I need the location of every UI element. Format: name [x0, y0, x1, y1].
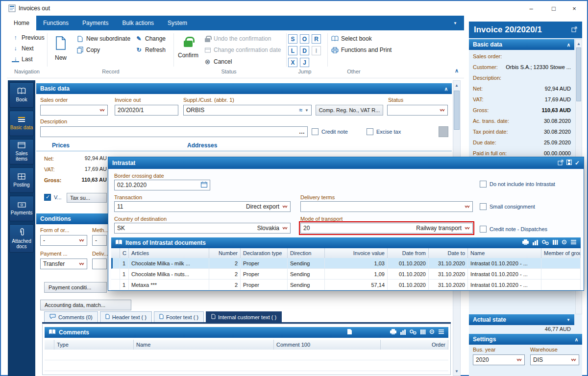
- maximize-button[interactable]: □: [544, 2, 564, 14]
- print-icon[interactable]: [390, 329, 397, 336]
- ellipsis-button[interactable]: …: [299, 128, 305, 135]
- sidebar-item-book[interactable]: Book: [9, 82, 34, 108]
- border-crossing-date-input[interactable]: 02.10.2020: [114, 180, 210, 190]
- collapse-section-icon[interactable]: ∧: [444, 86, 448, 92]
- credit-note-checkbox[interactable]: [312, 128, 318, 135]
- previous-button[interactable]: ↑Previous: [12, 34, 45, 41]
- tab-bulk-actions[interactable]: Bulk actions: [115, 16, 161, 30]
- tab-home[interactable]: Home: [7, 16, 36, 30]
- method-combo[interactable]: -: [92, 235, 107, 246]
- undo-confirmation-button[interactable]: Undo the confirmation: [204, 35, 271, 42]
- tab-comments[interactable]: Comments (0): [44, 311, 98, 322]
- column-name[interactable]: Name: [134, 340, 274, 350]
- sidebar-item-posting[interactable]: Posting: [9, 167, 34, 193]
- comp-reg-button[interactable]: Comp. Reg. No., VAT R...: [316, 105, 383, 116]
- cancel-button[interactable]: ⊗Cancel: [204, 58, 232, 66]
- scrollbar-thumb[interactable]: [576, 47, 581, 101]
- items-row-selected[interactable]: 1 Chocolate Milka - milk ... 2 Proper Se…: [111, 258, 581, 269]
- items-row[interactable]: 1 Metaxa *** 2 Proper Sending 57,14 01.1…: [111, 280, 581, 290]
- jump-button-x[interactable]: X: [288, 58, 297, 67]
- columns-icon[interactable]: [420, 329, 426, 336]
- column-order[interactable]: Order: [381, 340, 448, 350]
- scrollbar-thumb[interactable]: [454, 91, 460, 130]
- change-confirmation-date-button[interactable]: Change confirmation date: [204, 47, 281, 53]
- print-icon[interactable]: [522, 239, 529, 247]
- jump-button-r[interactable]: R: [312, 34, 321, 44]
- sidebar-item-payments[interactable]: Payments: [9, 196, 34, 221]
- country-combo[interactable]: SK Slovakia: [114, 223, 291, 234]
- collapse-section-icon[interactable]: ∧: [567, 42, 570, 47]
- payment-conditions-button[interactable]: Payment conditi...: [44, 282, 107, 293]
- scroll-down-arrow[interactable]: ▼: [454, 368, 460, 375]
- columns-icon[interactable]: [552, 239, 558, 247]
- next-button[interactable]: ↓Next: [12, 45, 34, 52]
- new-button[interactable]: New: [49, 32, 73, 68]
- items-row[interactable]: 1 Chocolate Milka - nuts... 2 Proper Sen…: [111, 269, 581, 280]
- popout-icon[interactable]: [571, 26, 577, 34]
- copy-button[interactable]: Copy: [76, 47, 100, 53]
- jump-button-i[interactable]: I: [312, 46, 321, 55]
- last-button[interactable]: ↓Last: [12, 56, 33, 63]
- sidebar-item-attached-docs[interactable]: Attached docs: [9, 224, 34, 253]
- sales-order-combo[interactable]: [40, 105, 108, 116]
- save-icon[interactable]: [566, 160, 572, 166]
- tab-functions[interactable]: Functions: [36, 16, 75, 30]
- vat-checkbox[interactable]: [44, 194, 51, 201]
- collapse-section-icon[interactable]: ∧: [575, 337, 578, 342]
- jump-button-s[interactable]: S: [288, 34, 297, 44]
- gears-icon[interactable]: [541, 239, 549, 247]
- jump-button-d[interactable]: D: [300, 46, 309, 55]
- calendar-icon[interactable]: [201, 182, 207, 189]
- menu-icon[interactable]: [570, 239, 577, 246]
- chart-icon[interactable]: [532, 239, 539, 247]
- invoice-number-input[interactable]: 20/2020/1: [115, 105, 178, 116]
- jump-button-l[interactable]: L: [288, 46, 297, 55]
- new-document-icon[interactable]: [347, 329, 352, 336]
- excise-tax-checkbox[interactable]: [367, 128, 373, 135]
- tab-system[interactable]: System: [161, 16, 194, 30]
- mode-of-transport-combo[interactable]: 20 Railway transport: [300, 223, 473, 234]
- collapse-ribbon-icon[interactable]: ∧: [455, 68, 459, 74]
- refresh-button[interactable]: ↻Refresh: [135, 47, 166, 53]
- comments-empty-row[interactable]: [45, 350, 448, 360]
- relation-icon[interactable]: ≈: [299, 107, 302, 114]
- tab-payments[interactable]: Payments: [75, 16, 115, 30]
- change-button[interactable]: ✎Change: [135, 35, 166, 42]
- payment-combo[interactable]: Transfer: [40, 258, 87, 269]
- jump-button-o[interactable]: O: [300, 34, 309, 44]
- gear-icon[interactable]: [561, 239, 567, 247]
- warehouse-combo[interactable]: DIS: [530, 354, 579, 365]
- sidebar-item-sales-items[interactable]: Sales items: [9, 139, 34, 164]
- scroll-down-arrow[interactable]: ▼: [566, 318, 570, 322]
- confirm-button[interactable]: Confirm: [175, 32, 201, 68]
- functions-print-button[interactable]: Functions and Print: [331, 47, 392, 53]
- gear-icon[interactable]: [429, 329, 435, 336]
- sidebar-item-basic-data[interactable]: Basic data: [9, 111, 34, 136]
- tab-footer-text[interactable]: Footer text ( ): [154, 311, 204, 322]
- select-book-button[interactable]: Select book: [331, 35, 372, 42]
- chart-icon[interactable]: [400, 329, 406, 336]
- tab-internal-customer-text[interactable]: Internal customer text ( ): [206, 311, 282, 322]
- delivery-terms-combo[interactable]: [300, 201, 473, 212]
- no-intrastat-checkbox[interactable]: [480, 181, 487, 188]
- transaction-combo[interactable]: 11 Direct export: [114, 201, 291, 212]
- credit-note-dispatches-checkbox[interactable]: [480, 226, 487, 233]
- ribbon-options-dropdown-icon[interactable]: ▼: [446, 16, 464, 30]
- bus-year-combo[interactable]: 2020: [473, 354, 525, 365]
- menu-icon[interactable]: [438, 329, 444, 336]
- jump-button-j[interactable]: J: [300, 58, 309, 67]
- small-consignment-checkbox[interactable]: [480, 203, 487, 210]
- gears-icon[interactable]: [409, 329, 417, 336]
- comments-empty-row[interactable]: [45, 360, 448, 371]
- accounting-data-button[interactable]: Accounting data, match...: [40, 300, 131, 310]
- confirm-check-icon[interactable]: ✓: [575, 160, 580, 166]
- tax-summary-button[interactable]: Tax su...: [67, 193, 107, 203]
- popout-icon[interactable]: [558, 160, 564, 167]
- supplier-combo[interactable]: ORBIS ≈ ▼: [183, 105, 312, 116]
- status-combo[interactable]: [387, 105, 448, 116]
- close-button[interactable]: ×: [564, 2, 584, 14]
- description-input[interactable]: …: [40, 126, 308, 137]
- form-of-order-combo[interactable]: -: [40, 235, 87, 246]
- tab-header-text[interactable]: Header text ( ): [100, 311, 152, 322]
- new-subordinate-button[interactable]: New subordinate: [76, 35, 130, 42]
